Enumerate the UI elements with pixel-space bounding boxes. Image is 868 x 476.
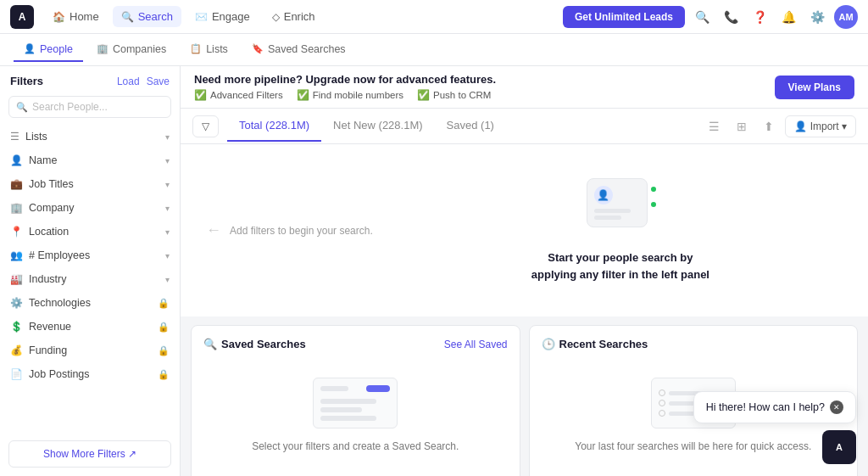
empty-state-container: ← Add filters to begin your search. 👤 bbox=[181, 144, 868, 316]
settings-icon-button[interactable]: ⚙️ bbox=[805, 5, 829, 29]
lists-tab-icon: 📋 bbox=[190, 43, 202, 54]
filter-job-titles[interactable]: 💼 Job Titles ▾ bbox=[0, 172, 180, 196]
tab-total[interactable]: Total (228.1M) bbox=[227, 110, 321, 142]
lock-icon: 🔒 bbox=[158, 298, 170, 309]
empty-state-title: Start your people search by applying any… bbox=[531, 249, 709, 283]
nav-engage[interactable]: ✉️ Engage bbox=[186, 6, 259, 27]
job-titles-filter-icon: 💼 bbox=[10, 178, 23, 190]
filter-name[interactable]: 👤 Name ▾ bbox=[0, 148, 180, 172]
chevron-down-icon: ▾ bbox=[165, 180, 170, 189]
phone-icon-button[interactable]: 📞 bbox=[719, 5, 743, 29]
recent-searches-panel-header: 🕒 Recent Searches bbox=[542, 338, 846, 350]
lock-icon: 🔒 bbox=[158, 322, 170, 333]
tab-bar: 👤 People 🏢 Companies 📋 Lists 🔖 Saved Sea… bbox=[0, 34, 868, 66]
chat-bubble: Hi there! How can I help? ✕ bbox=[693, 391, 856, 423]
filter-toggle-button[interactable]: ▽ bbox=[192, 115, 219, 137]
industry-filter-icon: 🏭 bbox=[10, 273, 23, 285]
filter-revenue[interactable]: 💲 Revenue 🔒 bbox=[0, 315, 180, 339]
empty-card: 👤 bbox=[587, 178, 648, 227]
location-filter-icon: 📍 bbox=[10, 226, 23, 238]
chevron-down-icon: ▾ bbox=[165, 156, 170, 165]
filter-location[interactable]: 📍 Location ▾ bbox=[0, 220, 180, 244]
filter-job-postings[interactable]: 📄 Job Postings 🔒 bbox=[0, 362, 180, 386]
chevron-down-icon: ▾ bbox=[165, 204, 170, 213]
add-filters-hint: ← Add filters to begin your search. bbox=[206, 221, 373, 239]
nav-enrich[interactable]: ◇ Enrich bbox=[264, 6, 324, 27]
saved-searches-panel: 🔍 Saved Searches See All Saved bbox=[191, 325, 520, 476]
filter-technologies[interactable]: ⚙️ Technologies 🔒 bbox=[0, 291, 180, 315]
tab-people[interactable]: 👤 People bbox=[14, 38, 83, 62]
tab-companies[interactable]: 🏢 Companies bbox=[86, 38, 176, 62]
chat-avatar-button[interactable]: A bbox=[822, 430, 856, 464]
people-tab-icon: 👤 bbox=[24, 43, 36, 54]
employees-filter-icon: 👥 bbox=[10, 249, 23, 261]
results-toolbar: ▽ Total (228.1M) Net New (228.1M) Saved … bbox=[181, 109, 868, 144]
saved-searches-icon: 🔍 bbox=[203, 338, 217, 350]
search-box-icon: 🔍 bbox=[16, 102, 28, 113]
tab-saved[interactable]: Saved (1) bbox=[435, 110, 506, 142]
tab-saved-searches[interactable]: 🔖 Saved Searches bbox=[242, 38, 356, 62]
home-icon: 🏠 bbox=[53, 11, 65, 23]
saved-searches-panel-header: 🔍 Saved Searches See All Saved bbox=[203, 338, 508, 350]
tab-lists[interactable]: 📋 Lists bbox=[180, 38, 238, 62]
see-all-saved-link[interactable]: See All Saved bbox=[444, 339, 508, 350]
sidebar: Filters Load Save 🔍 Search People... ☰ L… bbox=[0, 66, 181, 476]
saved-searches-empty-text: Select your filters and create a Saved S… bbox=[252, 439, 459, 454]
filter-employees[interactable]: 👥 # Employees ▾ bbox=[0, 244, 180, 267]
user-avatar[interactable]: AM bbox=[834, 5, 858, 29]
recent-searches-icon: 🕒 bbox=[542, 338, 555, 350]
chat-close-button[interactable]: ✕ bbox=[830, 400, 843, 414]
search-people-input[interactable]: 🔍 Search People... bbox=[8, 96, 171, 118]
technologies-filter-icon: ⚙️ bbox=[10, 297, 23, 309]
feature-advanced-filters: ✅ Advanced Filters bbox=[194, 89, 283, 101]
filter-company[interactable]: 🏢 Company ▾ bbox=[0, 196, 180, 220]
saved-searches-visual bbox=[313, 378, 398, 428]
tab-net-new[interactable]: Net New (228.1M) bbox=[321, 110, 434, 142]
filter-toggle-icon: ▽ bbox=[202, 120, 209, 132]
arrow-left-icon: ← bbox=[206, 221, 221, 239]
nav-search[interactable]: 🔍 Search bbox=[113, 6, 181, 27]
save-button[interactable]: Save bbox=[147, 76, 170, 87]
empty-state-illustration: 👤 bbox=[587, 178, 654, 238]
lists-filter-icon: ☰ bbox=[10, 131, 19, 143]
sidebar-header: Filters Load Save bbox=[0, 66, 180, 92]
filter-funding[interactable]: 💰 Funding 🔒 bbox=[0, 339, 180, 362]
export-button[interactable]: ⬆ bbox=[758, 115, 780, 137]
feature-push-to-crm: ✅ Push to CRM bbox=[417, 89, 491, 101]
check-circle-icon: ✅ bbox=[194, 89, 207, 101]
chevron-down-icon: ▾ bbox=[165, 227, 170, 237]
filter-industry[interactable]: 🏭 Industry ▾ bbox=[0, 267, 180, 291]
upgrade-title: Need more pipeline? Upgrade now for adva… bbox=[194, 73, 496, 86]
load-button[interactable]: Load bbox=[117, 76, 140, 87]
grid-view-button[interactable]: ⊞ bbox=[731, 115, 753, 137]
show-more-filters-button[interactable]: Show More Filters ↗ bbox=[8, 440, 171, 468]
funding-filter-icon: 💰 bbox=[10, 344, 23, 356]
search-nav-icon: 🔍 bbox=[121, 11, 134, 23]
sidebar-actions: Load Save bbox=[117, 76, 170, 87]
feature-mobile-numbers: ✅ Find mobile numbers bbox=[297, 89, 403, 101]
person-import-icon: 👤 bbox=[794, 120, 807, 132]
job-postings-filter-icon: 📄 bbox=[10, 368, 23, 380]
companies-tab-icon: 🏢 bbox=[97, 43, 108, 54]
bell-icon-button[interactable]: 🔔 bbox=[776, 5, 800, 29]
app-logo[interactable]: A bbox=[10, 5, 34, 29]
name-filter-icon: 👤 bbox=[10, 154, 23, 166]
filter-lists[interactable]: ☰ Lists ▾ bbox=[0, 125, 180, 148]
revenue-filter-icon: 💲 bbox=[10, 321, 23, 333]
get-leads-button[interactable]: Get Unlimited Leads bbox=[563, 6, 685, 28]
saved-searches-tab-icon: 🔖 bbox=[252, 43, 264, 54]
help-icon-button[interactable]: ❓ bbox=[748, 5, 771, 29]
check-dot-2 bbox=[649, 200, 658, 209]
chevron-down-icon: ▾ bbox=[165, 251, 170, 260]
check-dot-1 bbox=[649, 185, 658, 193]
list-view-button[interactable]: ☰ bbox=[704, 115, 726, 137]
import-button[interactable]: 👤 Import ▾ bbox=[785, 115, 856, 137]
lock-icon: 🔒 bbox=[158, 369, 170, 380]
view-plans-button[interactable]: View Plans bbox=[775, 76, 854, 99]
filters-title: Filters bbox=[10, 75, 43, 87]
global-search-button[interactable]: 🔍 bbox=[690, 5, 714, 29]
engage-icon: ✉️ bbox=[195, 11, 208, 23]
top-nav: A 🏠 Home 🔍 Search ✉️ Engage ◇ Enrich Get… bbox=[0, 0, 868, 34]
nav-home[interactable]: 🏠 Home bbox=[44, 6, 108, 27]
upgrade-features: ✅ Advanced Filters ✅ Find mobile numbers… bbox=[194, 89, 496, 101]
